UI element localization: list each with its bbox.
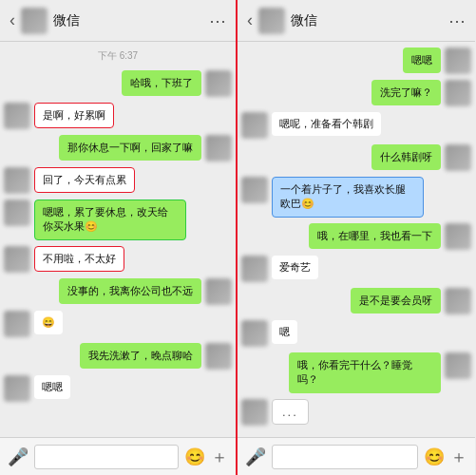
msg-row-l10: 嗯嗯 [4,375,232,402]
avatar-l7 [205,278,232,305]
bubble-l6: 不用啦，不太好 [34,246,124,272]
msg-row-r8: 是不是要会员呀 [241,288,471,314]
msg-row-r10: 哦，你看完干什么？睡觉吗？ [241,352,471,393]
bubble-l1: 哈哦，下班了 [122,70,201,96]
bubble-r7: 爱奇艺 [272,256,318,279]
msg-row-r9: 嗯 [241,320,471,347]
right-header: ‹ 微信 ⋯ [238,0,475,42]
avatar-r9 [241,320,268,347]
msg-row-r4: 什么韩剧呀 [241,144,471,171]
bubble-r8: 是不是要会员呀 [351,288,441,314]
back-icon[interactable]: ‹ [10,10,15,30]
bubble-l7: 没事的，我离你公司也不远 [59,278,201,304]
msg-row-l1: 哈哦，下班了 [4,70,232,97]
right-chat-body: 嗯嗯 洗完了嘛？ 嗯呢，准备看个韩剧 什么韩剧呀 一个着片子了，我喜欢长腿欧巴😊… [238,42,475,437]
msg-row-r2: 洗完了嘛？ [241,80,471,106]
left-chat-body: 下午 6:37 哈哦，下班了 是啊，好累啊 那你休息一下啊，回家了嘛 回了，今天… [0,42,236,437]
back-icon-right[interactable]: ‹ [247,10,253,30]
bubble-r6: 哦，在哪里，我也看一下 [309,223,441,249]
avatar-l10 [4,375,30,402]
avatar-r6 [445,223,471,250]
msg-row-r3: 嗯呢，准备看个韩剧 [241,112,471,139]
avatar-l5 [4,200,30,226]
bubble-l5: 嗯嗯，累了要休息，改天给你买水果😊 [34,200,186,240]
left-chat-footer: 🎤 😊 ＋ [0,437,236,475]
avatar-r7 [241,256,268,282]
bubble-l8: 😄 [34,311,63,334]
contact-avatar-left [21,8,48,34]
avatar-r8 [445,288,471,314]
avatar-r4 [445,144,471,171]
msg-row-r7: 爱奇艺 [241,256,471,282]
msg-row-l2: 是啊，好累啊 [4,103,232,129]
bubble-r1: 嗯嗯 [403,48,441,73]
bubble-r11: ... [272,399,309,425]
msg-row-l3: 那你休息一下啊，回家了嘛 [4,135,232,162]
voice-icon-right[interactable]: 🎤 [245,446,266,467]
msg-row-l8: 😄 [4,311,232,337]
avatar-l3 [205,135,232,162]
left-header: ‹ 微信 ⋯ [0,0,236,42]
avatar-l2 [4,103,30,129]
msg-row-r1: 嗯嗯 [241,48,471,74]
time-label-left: 下午 6:37 [4,49,232,63]
avatar-r10 [445,352,471,379]
bubble-r5: 一个着片子了，我喜欢长腿欧巴😊 [272,177,424,218]
more-icon-left[interactable]: ⋯ [209,10,226,31]
input-field-left[interactable] [34,445,179,469]
bubble-l10: 嗯嗯 [34,375,70,399]
avatar-r11 [241,399,268,426]
avatar-r1 [445,48,471,74]
right-chat-panel: ‹ 微信 ⋯ 嗯嗯 洗完了嘛？ 嗯呢，准备看个韩剧 什么韩剧呀 [238,0,475,475]
msg-row-l4: 回了，今天有点累 [4,167,232,194]
avatar-l6 [4,246,30,273]
msg-row-r11: ... [241,399,471,426]
bubble-r10: 哦，你看完干什么？睡觉吗？ [289,352,441,393]
bubble-l9: 我先洗漱了，晚点聊哈 [80,343,201,369]
bubble-r3: 嗯呢，准备看个韩剧 [272,112,381,136]
add-btn-right[interactable]: ＋ [450,446,467,468]
bubble-l3: 那你休息一下啊，回家了嘛 [59,135,201,161]
emoji-icon-left[interactable]: 😊 [184,446,205,467]
msg-row-l7: 没事的，我离你公司也不远 [4,278,232,305]
right-chat-footer: 🎤 😊 ＋ [238,437,475,475]
bubble-l4: 回了，今天有点累 [34,167,135,193]
bubble-r4: 什么韩剧呀 [371,144,441,170]
left-chat-panel: ‹ 微信 ⋯ 下午 6:37 哈哦，下班了 是啊，好累啊 那你休息一下啊，回家了… [0,0,238,475]
avatar-l9 [205,343,232,370]
msg-row-l9: 我先洗漱了，晚点聊哈 [4,343,232,370]
msg-row-r5: 一个着片子了，我喜欢长腿欧巴😊 [241,177,471,218]
avatar-r2 [445,80,471,106]
msg-row-l5: 嗯嗯，累了要休息，改天给你买水果😊 [4,200,232,240]
bubble-r2: 洗完了嘛？ [371,80,441,105]
voice-icon-left[interactable]: 🎤 [8,446,29,467]
left-chat-title: 微信 [53,12,80,29]
msg-row-l6: 不用啦，不太好 [4,246,232,273]
input-field-right[interactable] [272,445,418,469]
left-header-left: ‹ 微信 [10,8,80,34]
msg-row-r6: 哦，在哪里，我也看一下 [241,223,471,250]
right-header-left: ‹ 微信 [247,8,317,34]
right-chat-title: 微信 [291,12,317,29]
emoji-icon-right[interactable]: 😊 [424,446,445,467]
avatar-l4 [4,167,30,194]
avatar-r5 [241,177,268,203]
more-icon-right[interactable]: ⋯ [448,10,466,31]
add-btn-left[interactable]: ＋ [211,446,228,468]
contact-avatar-right [258,8,285,34]
avatar-l8 [4,311,30,337]
avatar-l1 [205,70,232,97]
bubble-l2: 是啊，好累啊 [34,103,114,128]
bubble-r9: 嗯 [272,320,297,344]
avatar-r3 [241,112,268,139]
